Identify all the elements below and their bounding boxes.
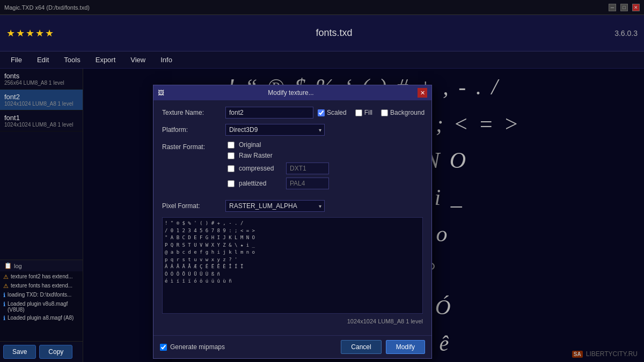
font-preview-text: ! " ® $ % ' ( ) # + , - . / / 0 1 2 3 4 …: [165, 220, 420, 285]
log-text-0: texture font2 has extend...: [11, 274, 73, 279]
dialog-title: Modify texture...: [268, 89, 313, 97]
title-bar-controls: ─ □ ✕: [609, 4, 640, 11]
title-bar-text: Magic.TXD x64 (D:/txd/fonts.txd): [4, 4, 90, 11]
texture-name-fonts: fonts: [4, 72, 78, 80]
info-icon-4: ℹ: [3, 315, 5, 322]
original-label: Original: [239, 141, 282, 149]
original-row: Original: [228, 141, 329, 149]
compressed-checkbox[interactable]: [228, 165, 235, 172]
log-text-4: Loaded plugin a8.magf (A8): [8, 315, 74, 321]
scaled-checkbox-label[interactable]: Scaled: [318, 109, 347, 116]
pixel-format-select[interactable]: RASTER_LUM_ALPHA RASTER_LUM RASTER_8888: [225, 200, 325, 212]
texture-item-font2[interactable]: font2 1024x1024 LUM8_A8 1 level: [0, 90, 83, 110]
maximize-button[interactable]: □: [620, 4, 628, 11]
fill-checkbox-label[interactable]: Fill: [355, 109, 372, 116]
raster-format-row: Raster Format: Original Raw Raster: [162, 141, 423, 195]
fill-checkbox[interactable]: [355, 109, 362, 116]
dialog-titlebar: 🖼 Modify texture... ✕: [153, 85, 431, 100]
generate-mipmaps-label: Generate mipmaps: [170, 343, 225, 351]
star-4: ★: [35, 27, 44, 39]
raster-format-label: Raster Format:: [162, 141, 221, 151]
app-title: fonts.txd: [54, 27, 614, 39]
background-label: Background: [390, 109, 425, 116]
texture-name-label: Texture Name:: [162, 109, 221, 116]
platform-select[interactable]: Direct3D9 Direct3D8: [225, 124, 325, 136]
dialog-status-text: 1024x1024 LUM8_A8 1 level: [162, 318, 423, 324]
raw-raster-checkbox[interactable]: [228, 152, 235, 159]
log-icon: 📋: [4, 262, 12, 269]
stars-logo: ★ ★ ★ ★ ★: [6, 27, 54, 39]
compressed-label: compressed: [239, 165, 282, 172]
menubar: File Edit Tools Export View Info: [0, 51, 644, 69]
platform-row: Platform: Direct3D9 Direct3D8: [162, 124, 423, 136]
dialog-close-button[interactable]: ✕: [418, 88, 427, 98]
pixel-format-label: Pixel Format:: [162, 202, 221, 210]
raw-raster-label: Raw Raster: [239, 152, 282, 159]
left-panel: fonts 256x64 LUM8_A8 1 level font2 1024x…: [0, 69, 83, 362]
texture-item-font1[interactable]: font1 1024x1024 LUM8_A8 1 level: [0, 110, 83, 131]
texture-name-input[interactable]: [225, 107, 313, 119]
palettized-row: palettized: [228, 178, 329, 189]
texture-info-font1: 1024x1024 LUM8_A8 1 level: [4, 122, 78, 128]
dialog-content: Texture Name: Scaled Fill: [153, 100, 431, 335]
title-bar: Magic.TXD x64 (D:/txd/fonts.txd) ─ □ ✕: [0, 0, 644, 15]
star-1: ★: [6, 27, 15, 39]
texture-checkboxes: Scaled Fill Background: [318, 109, 425, 116]
warn-icon-1: ⚠: [3, 283, 9, 290]
platform-label: Platform:: [162, 126, 221, 134]
generate-mipmaps-checkbox[interactable]: [160, 344, 167, 351]
copy-button[interactable]: Copy: [39, 345, 72, 359]
palettized-checkbox[interactable]: [228, 180, 235, 187]
menu-export[interactable]: Export: [89, 54, 122, 66]
raw-raster-row: Raw Raster: [228, 152, 329, 159]
version-badge: 3.6.0.3: [614, 29, 638, 38]
raster-options-panel: Original Raw Raster compressed: [225, 141, 329, 195]
font-preview-box: ! " ® $ % ' ( ) # + , - . / / 0 1 2 3 4 …: [162, 217, 423, 314]
info-icon-2: ℹ: [3, 292, 5, 299]
menu-info[interactable]: Info: [154, 54, 179, 66]
save-button[interactable]: Save: [3, 345, 36, 359]
log-text-1: texture fonts has extend...: [11, 283, 72, 289]
info-icon-3: ℹ: [3, 301, 5, 308]
log-area: ⚠ texture font2 has extend... ⚠ texture …: [0, 271, 83, 341]
log-entry-2: ℹ loading TXD: D:\txd\fonts...: [1, 291, 82, 300]
raster-options: Original Raw Raster compressed: [228, 141, 329, 189]
pixel-format-row: Pixel Format: RASTER_LUM_ALPHA RASTER_LU…: [162, 200, 423, 212]
minimize-button[interactable]: ─: [609, 4, 616, 11]
log-entry-1: ⚠ texture fonts has extend...: [1, 282, 82, 291]
scaled-checkbox[interactable]: [318, 109, 325, 116]
close-button[interactable]: ✕: [632, 4, 640, 11]
main-content: fonts 256x64 LUM8_A8 1 level font2 1024x…: [0, 69, 644, 362]
menu-tools[interactable]: Tools: [57, 54, 86, 66]
compressed-value-input[interactable]: [286, 162, 329, 174]
modify-dialog: 🖼 Modify texture... ✕ Texture Name: Scal…: [153, 85, 432, 359]
menu-view[interactable]: View: [124, 54, 152, 66]
log-title: log: [14, 263, 22, 269]
scaled-label: Scaled: [327, 109, 347, 116]
menu-edit[interactable]: Edit: [31, 54, 55, 66]
background-checkbox[interactable]: [381, 109, 388, 116]
texture-info-font2: 1024x1024 LUM8_A8 1 level: [4, 101, 78, 107]
modify-button[interactable]: Modify: [386, 340, 425, 354]
log-text-3: Loaded plugin v8u8.magf (V8U8): [8, 301, 79, 313]
star-2: ★: [16, 27, 25, 39]
menu-file[interactable]: File: [4, 54, 28, 66]
log-header: 📋 log: [0, 260, 83, 271]
star-5: ★: [45, 27, 54, 39]
log-text-2: loading TXD: D:\txd\fonts...: [8, 292, 71, 298]
palettized-value-input[interactable]: [286, 178, 329, 189]
compressed-row: compressed: [228, 162, 329, 174]
texture-name-font1: font1: [4, 114, 78, 122]
texture-name-row: Texture Name: Scaled Fill: [162, 107, 423, 119]
bottom-buttons: Save Copy: [0, 341, 83, 362]
platform-select-wrapper: Direct3D9 Direct3D8: [225, 124, 325, 136]
log-entry-3: ℹ Loaded plugin v8u8.magf (V8U8): [1, 300, 82, 314]
dialog-icon: 🖼: [158, 89, 164, 97]
original-checkbox[interactable]: [228, 142, 235, 149]
background-checkbox-label[interactable]: Background: [381, 109, 425, 116]
generate-mipmaps-group: Generate mipmaps: [160, 343, 336, 351]
texture-info-fonts: 256x64 LUM8_A8 1 level: [4, 80, 78, 86]
texture-item-fonts[interactable]: fonts 256x64 LUM8_A8 1 level: [0, 69, 83, 90]
texture-name-font2: font2: [4, 93, 78, 101]
cancel-button[interactable]: Cancel: [341, 340, 381, 354]
